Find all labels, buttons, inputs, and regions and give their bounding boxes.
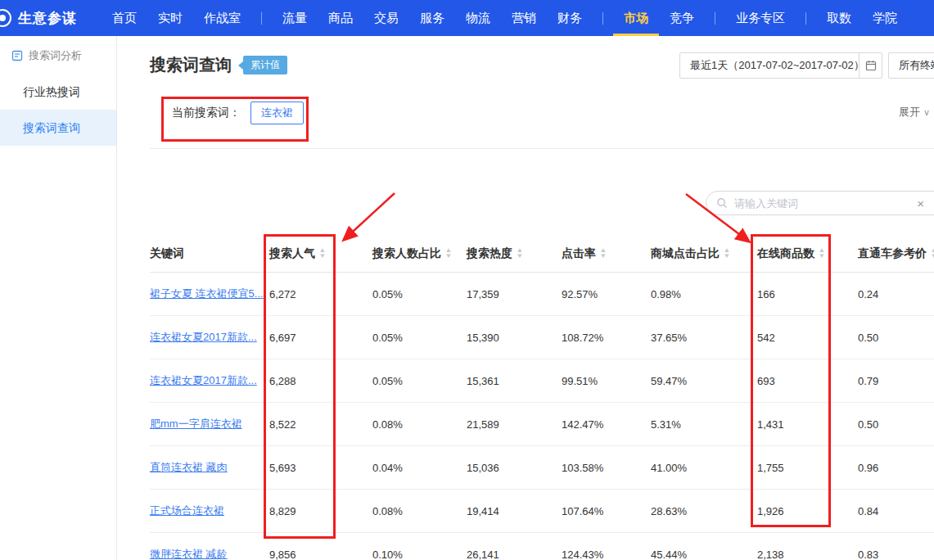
sidebar-item-industry-hot-words[interactable]: 行业热搜词 <box>0 74 116 110</box>
cell-ztc-ref-price: 0.50 <box>858 332 934 344</box>
table-row: 正式场合连衣裙8,8290.08%19,414107.64%28.63%1,92… <box>150 490 934 533</box>
nav-item-product[interactable]: 商品 <box>318 0 363 36</box>
cell-search-popularity: 6,288 <box>269 375 372 387</box>
cell-click-rate: 107.64% <box>562 505 651 517</box>
date-range-picker[interactable]: 最近1天（2017-07-02~2017-07-02） <box>679 52 875 79</box>
current-term-label: 当前搜索词： <box>172 106 241 120</box>
sort-icon[interactable]: ▲▼ <box>600 248 607 260</box>
nav-group-divider <box>602 12 603 25</box>
table-row: 连衣裙女夏2017新款...6,6970.05%15,390108.72%37.… <box>150 316 934 359</box>
sidebar-items: 行业热搜词搜索词查询 <box>0 74 116 146</box>
cell-click-rate: 99.51% <box>562 375 651 387</box>
sidebar-section-header: 搜索词分析 <box>0 36 116 74</box>
clear-search-icon[interactable]: × <box>917 196 924 210</box>
nav-item-business-zone[interactable]: 业务专区 <box>725 0 796 36</box>
sort-icon[interactable]: ▲▼ <box>517 248 523 260</box>
column-header-search-heat[interactable]: 搜索热度▲▼ <box>467 246 562 261</box>
keyword-link[interactable]: 裙子女夏 连衣裙便宜5... <box>150 287 269 301</box>
nav-item-home[interactable]: 首页 <box>102 0 147 36</box>
cell-search-popularity: 5,693 <box>269 462 372 474</box>
current-term-chip[interactable]: 连衣裙 <box>250 102 304 124</box>
cell-mall-click-ratio: 45.44% <box>651 549 757 560</box>
keyword-search-box: × <box>706 191 934 215</box>
column-label: 点击率 <box>562 246 596 261</box>
logo-icon <box>0 9 11 27</box>
nav-item-war-room[interactable]: 作战室 <box>193 0 251 36</box>
chevron-down-icon: ∨ <box>923 107 930 118</box>
column-header-mall-click-ratio[interactable]: 商城点击占比▲▼ <box>651 246 757 261</box>
expand-button[interactable]: 展开 ∨ <box>899 105 930 120</box>
table-body: 裙子女夏 连衣裙便宜5...6,2720.05%17,35992.57%0.98… <box>150 273 934 560</box>
cell-click-rate: 108.72% <box>562 332 651 344</box>
terminal-filter-dropdown[interactable]: 所有终端 <box>888 52 934 79</box>
cell-mall-click-ratio: 5.31% <box>651 418 757 431</box>
sort-icon[interactable]: ▲▼ <box>445 248 452 260</box>
cell-online-products: 542 <box>757 332 858 344</box>
app-logo[interactable]: 生意参谋 <box>0 9 77 28</box>
nav-item-marketing[interactable]: 营销 <box>501 0 547 36</box>
cell-online-products: 1,431 <box>757 418 858 431</box>
logo-text: 生意参谋 <box>18 9 77 28</box>
table-row: 裙子女夏 连衣裙便宜5...6,2720.05%17,35992.57%0.98… <box>150 273 934 316</box>
nav-item-finance[interactable]: 财务 <box>547 0 593 36</box>
cell-search-heat: 15,390 <box>467 332 562 344</box>
cell-searcher-ratio: 0.04% <box>372 462 467 474</box>
keyword-search-input[interactable] <box>734 197 917 210</box>
calendar-button[interactable] <box>859 52 882 79</box>
keyword-link[interactable]: 连衣裙女夏2017新款... <box>150 373 269 388</box>
sort-icon[interactable]: ▲▼ <box>724 248 730 260</box>
nav-item-data-extract[interactable]: 取数 <box>816 0 862 36</box>
column-header-searcher-ratio[interactable]: 搜索人数占比▲▼ <box>372 246 467 261</box>
top-nav: 生意参谋 首页实时作战室流量商品交易服务物流营销财务市场竞争业务专区取数学院 <box>0 0 934 36</box>
cell-search-popularity: 9,856 <box>269 549 372 560</box>
nav-item-trade[interactable]: 交易 <box>363 0 409 36</box>
column-label: 搜索人气 <box>269 246 315 261</box>
sort-icon[interactable]: ▲▼ <box>319 248 326 260</box>
keyword-link[interactable]: 连衣裙女夏2017新款... <box>150 330 269 345</box>
expand-label: 展开 <box>899 105 920 120</box>
cell-searcher-ratio: 0.05% <box>372 332 467 344</box>
nav-item-service[interactable]: 服务 <box>409 0 455 36</box>
table-row: 连衣裙女夏2017新款...6,2880.05%15,36199.51%59.4… <box>150 359 934 403</box>
cell-search-heat: 21,589 <box>467 418 562 431</box>
cell-ztc-ref-price: 0.83 <box>858 549 934 560</box>
cell-mall-click-ratio: 28.63% <box>651 505 757 517</box>
nav-group-divider <box>715 12 715 25</box>
nav-item-traffic[interactable]: 流量 <box>272 0 318 36</box>
keyword-link[interactable]: 直筒连衣裙 藏肉 <box>150 460 269 475</box>
nav-item-competition[interactable]: 竞争 <box>659 0 705 36</box>
keyword-link[interactable]: 正式场合连衣裙 <box>150 504 269 518</box>
cell-search-heat: 19,414 <box>467 505 562 517</box>
column-header-ztc-ref-price[interactable]: 直通车参考价▲▼ <box>858 246 934 261</box>
nav-item-academy[interactable]: 学院 <box>862 0 908 36</box>
current-term-row: 当前搜索词： 连衣裙 <box>172 98 304 128</box>
column-header-online-products[interactable]: 在线商品数▲▼ <box>757 246 858 261</box>
sort-icon[interactable]: ▲▼ <box>819 248 825 260</box>
cell-searcher-ratio: 0.10% <box>372 549 467 560</box>
column-header-click-rate[interactable]: 点击率▲▼ <box>562 246 651 261</box>
column-label: 搜索人数占比 <box>372 246 441 261</box>
cell-online-products: 166 <box>757 288 858 300</box>
cell-searcher-ratio: 0.08% <box>372 505 467 517</box>
cell-mall-click-ratio: 59.47% <box>651 375 757 387</box>
main-content: 搜索词查询 累计值 最近1天（2017-07-02~2017-07-02） 所有… <box>117 36 934 560</box>
keyword-link[interactable]: 肥mm一字肩连衣裙 <box>150 417 269 431</box>
nav-item-logistics[interactable]: 物流 <box>455 0 501 36</box>
nav-item-realtime[interactable]: 实时 <box>147 0 193 36</box>
keyword-link[interactable]: 微胖连衣裙 减龄 <box>150 547 269 560</box>
cell-mall-click-ratio: 37.65% <box>651 332 757 344</box>
cumulative-badge: 累计值 <box>243 56 287 75</box>
page-title: 搜索词查询 <box>150 54 232 76</box>
nav-item-market[interactable]: 市场 <box>613 0 659 36</box>
cell-click-rate: 142.47% <box>562 418 651 431</box>
cell-ztc-ref-price: 0.79 <box>858 375 934 387</box>
cell-online-products: 1,755 <box>757 462 858 474</box>
table-row: 微胖连衣裙 减龄9,8560.10%26,141124.43%45.44%2,1… <box>150 533 934 560</box>
sort-icon[interactable]: ▲▼ <box>931 248 934 260</box>
sidebar-item-search-term-query[interactable]: 搜索词查询 <box>0 110 116 146</box>
search-icon <box>716 197 728 209</box>
column-label: 商城点击占比 <box>651 246 720 261</box>
column-label: 搜索热度 <box>467 246 512 261</box>
search-term-analysis-icon <box>11 50 23 61</box>
column-header-search-popularity[interactable]: 搜索人气▲▼ <box>269 246 372 261</box>
